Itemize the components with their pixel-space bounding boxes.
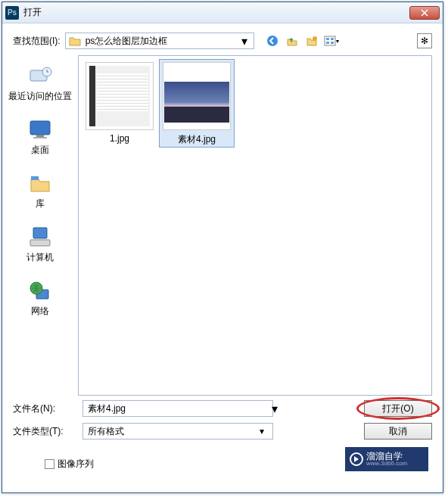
file-item[interactable]: 1.jpg: [82, 59, 157, 145]
chevron-down-icon: ▾: [256, 425, 268, 437]
filetype-label: 文件类型(T):: [13, 425, 73, 438]
sidebar-item-desktop[interactable]: 桌面: [2, 113, 78, 167]
chevron-down-icon: ▾: [336, 38, 339, 45]
filetype-dropdown[interactable]: 所有格式 ▾: [82, 423, 273, 440]
libraries-icon: [29, 173, 51, 193]
sidebar-label: 网络: [31, 305, 49, 318]
svg-rect-4: [331, 38, 334, 40]
close-button[interactable]: [409, 6, 440, 20]
sidebar-item-computer[interactable]: 计算机: [2, 221, 78, 275]
sidebar-item-network[interactable]: 网络: [2, 275, 78, 328]
star-icon: ✻: [421, 36, 428, 46]
jump-to-button[interactable]: ✻: [417, 33, 432, 48]
look-in-label: 查找范围(I):: [13, 35, 61, 48]
back-button[interactable]: [265, 33, 280, 48]
svg-rect-11: [33, 137, 47, 138]
toolbar-icons: ▾: [265, 33, 339, 48]
up-button[interactable]: [285, 33, 300, 48]
watermark-url: www.3d66.com: [366, 461, 407, 467]
middle-area: 最近访问的位置 桌面 库 计算机 网络 1.jpg: [2, 55, 443, 396]
sidebar-label: 桌面: [31, 144, 49, 157]
up-folder-icon: [286, 35, 298, 47]
file-name: 1.jpg: [83, 133, 156, 144]
svg-point-1: [313, 36, 317, 41]
file-item-selected[interactable]: 素材4.jpg: [159, 59, 235, 148]
filename-input[interactable]: [82, 400, 273, 417]
cancel-button[interactable]: 取消: [364, 423, 432, 440]
svg-point-0: [267, 36, 278, 46]
look-in-value: ps怎么给图层加边框: [86, 35, 168, 48]
filename-label: 文件名(N):: [13, 402, 73, 415]
app-icon: Ps: [5, 6, 19, 20]
svg-rect-14: [30, 240, 50, 246]
file-thumbnail: [86, 62, 154, 130]
sidebar-item-libraries[interactable]: 库: [2, 167, 78, 221]
file-thumbnail: [163, 62, 231, 130]
sidebar-label: 计算机: [26, 251, 54, 264]
new-folder-button[interactable]: [304, 33, 319, 48]
new-folder-icon: [306, 35, 318, 47]
svg-rect-3: [326, 38, 329, 40]
svg-rect-10: [36, 135, 44, 137]
open-dialog: Ps 打开 查找范围(I): ps怎么给图层加边框 ▾ ▾: [2, 2, 443, 493]
svg-rect-2: [325, 36, 335, 45]
sidebar-label: 最近访问的位置: [8, 90, 72, 103]
sidebar-label: 库: [36, 197, 45, 210]
filetype-value: 所有格式: [88, 425, 124, 438]
watermark: 溜溜自学 www.3d66.com: [345, 447, 428, 471]
chevron-down-icon[interactable]: ▾: [269, 402, 281, 415]
network-icon: [29, 281, 51, 300]
computer-icon: [29, 226, 51, 247]
svg-rect-9: [30, 121, 50, 135]
titlebar: Ps 打开: [2, 2, 443, 23]
svg-rect-6: [331, 42, 334, 44]
close-icon: [421, 9, 428, 17]
look-in-dropdown[interactable]: ps怎么给图层加边框 ▾: [65, 33, 254, 49]
filename-row: 文件名(N): ▾ 打开(O): [13, 400, 432, 417]
image-sequence-label: 图像序列: [58, 458, 94, 471]
folder-icon: [69, 36, 81, 46]
places-sidebar: 最近访问的位置 桌面 库 计算机 网络: [2, 55, 78, 396]
filetype-row: 文件类型(T): 所有格式 ▾ 取消: [13, 423, 432, 440]
recent-icon: [27, 64, 53, 87]
view-icon: [324, 35, 336, 47]
image-sequence-checkbox[interactable]: [45, 459, 54, 469]
desktop-icon: [29, 120, 51, 139]
back-icon: [266, 35, 278, 47]
file-name: 素材4.jpg: [160, 133, 233, 146]
look-in-row: 查找范围(I): ps怎么给图层加边框 ▾ ▾ ✻: [2, 23, 443, 55]
file-list[interactable]: 1.jpg 素材4.jpg: [78, 55, 432, 396]
open-button[interactable]: 打开(O): [364, 400, 432, 417]
chevron-down-icon: ▾: [238, 35, 250, 47]
window-title: 打开: [23, 6, 409, 19]
svg-rect-5: [326, 42, 329, 44]
play-icon: [350, 452, 363, 466]
sidebar-item-recent[interactable]: 最近访问的位置: [2, 60, 78, 113]
svg-rect-12: [31, 176, 39, 180]
svg-rect-13: [33, 228, 47, 238]
view-menu-button[interactable]: ▾: [324, 33, 339, 48]
